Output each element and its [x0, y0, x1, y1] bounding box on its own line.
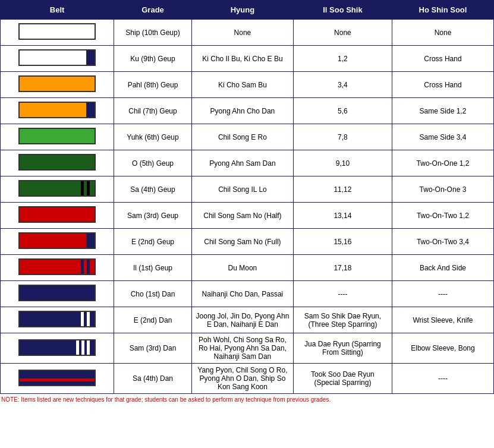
belt-cell: [1, 307, 114, 333]
ho-shin-sool-cell: Two-On-One 3: [392, 176, 493, 203]
table-row: E (2nd) Geup Chil Song Sam No (Full) 15,…: [1, 229, 494, 255]
note-text: NOTE: Items listed are new techniques fo…: [0, 394, 494, 405]
hyung-cell: Naihanji Cho Dan, Passai: [191, 281, 293, 307]
grade-cell: Ku (9th) Geup: [114, 46, 192, 72]
grade-cell: Sa (4th) Geup: [114, 176, 192, 203]
belt-cell: [1, 333, 114, 364]
ho-shin-sool-cell: Cross Hand: [392, 72, 493, 98]
il-soo-shik-cell: 15,16: [293, 229, 392, 255]
ho-shin-sool-cell: Two-On-Two 1,2: [392, 203, 493, 229]
ho-shin-sool-cell: Same Side 1,2: [392, 98, 493, 124]
grade-cell: E (2nd) Geup: [114, 229, 192, 255]
belt-cell: [1, 203, 114, 229]
il-soo-shik-cell: ----: [293, 281, 392, 307]
grade-cell: Cho (1st) Dan: [114, 281, 192, 307]
hyung-cell: Ki Cho Il Bu, Ki Cho E Bu: [191, 46, 293, 72]
grade-cell: E (2nd) Dan: [114, 307, 192, 333]
table-row: Sam (3rd) Dan Poh Wohl, Chi Song Sa Ro, …: [1, 333, 494, 364]
belt-cell: [1, 255, 114, 281]
table-row: E (2nd) Dan Joong Jol, Jin Do, Pyong Ahn…: [1, 307, 494, 333]
belt-cell: [1, 46, 114, 72]
table-row: Cho (1st) Dan Naihanji Cho Dan, Passai -…: [1, 281, 494, 307]
grade-cell: Sam (3rd) Dan: [114, 333, 192, 364]
table-row: Ship (10th Geup) None None None: [1, 20, 494, 46]
grade-cell: Il (1st) Geup: [114, 255, 192, 281]
hyung-cell: None: [191, 20, 293, 46]
belt-cell: [1, 98, 114, 124]
table-row: Chil (7th) Geup Pyong Ahn Cho Dan 5,6 Sa…: [1, 98, 494, 124]
belt-cell: [1, 176, 114, 203]
belt-cell: [1, 364, 114, 394]
header-hyung: Hyung: [191, 1, 293, 20]
ho-shin-sool-cell: None: [392, 20, 493, 46]
belt-cell: [1, 124, 114, 150]
ho-shin-sool-cell: Back And Side: [392, 255, 493, 281]
il-soo-shik-cell: 9,10: [293, 150, 392, 176]
ho-shin-sool-cell: Same Side 3,4: [392, 124, 493, 150]
hyung-cell: Chil Song IL Lo: [191, 176, 293, 203]
grade-cell: O (5th) Geup: [114, 150, 192, 176]
belt-cell: [1, 72, 114, 98]
ho-shin-sool-cell: Two-On-One 1,2: [392, 150, 493, 176]
table-row: Ku (9th) Geup Ki Cho Il Bu, Ki Cho E Bu …: [1, 46, 494, 72]
hyung-cell: Chil Song Sam No (Full): [191, 229, 293, 255]
ho-shin-sool-cell: ----: [392, 281, 493, 307]
main-container: Belt Grade Hyung Il Soo Shik Ho Shin Soo…: [0, 0, 494, 405]
header-grade: Grade: [114, 1, 192, 20]
il-soo-shik-cell: Jua Dae Ryun (Sparring From Sitting): [293, 333, 392, 364]
table-row: O (5th) Geup Pyong Ahn Sam Dan 9,10 Two-…: [1, 150, 494, 176]
grade-cell: Sam (3rd) Geup: [114, 203, 192, 229]
belt-cell: [1, 150, 114, 176]
table-row: Yuhk (6th) Geup Chil Song E Ro 7,8 Same …: [1, 124, 494, 150]
hyung-cell: Pyong Ahn Cho Dan: [191, 98, 293, 124]
il-soo-shik-cell: Sam So Shik Dae Ryun, (Three Step Sparri…: [293, 307, 392, 333]
belt-cell: [1, 281, 114, 307]
table-row: Sa (4th) Dan Yang Pyon, Chil Song O Ro, …: [1, 364, 494, 394]
il-soo-shik-cell: 11,12: [293, 176, 392, 203]
belt-table: Belt Grade Hyung Il Soo Shik Ho Shin Soo…: [0, 0, 494, 394]
hyung-cell: Du Moon: [191, 255, 293, 281]
hyung-cell: Yang Pyon, Chil Song O Ro, Pyong Ahn O D…: [191, 364, 293, 394]
grade-cell: Chil (7th) Geup: [114, 98, 192, 124]
il-soo-shik-cell: None: [293, 20, 392, 46]
il-soo-shik-cell: Took Soo Dae Ryun (Special Sparring): [293, 364, 392, 394]
header-ho-shin-sool: Ho Shin Sool: [392, 1, 493, 20]
header-belt: Belt: [1, 1, 114, 20]
il-soo-shik-cell: 7,8: [293, 124, 392, 150]
grade-cell: Pahl (8th) Geup: [114, 72, 192, 98]
ho-shin-sool-cell: Cross Hand: [392, 46, 493, 72]
ho-shin-sool-cell: Two-On-Two 3,4: [392, 229, 493, 255]
hyung-cell: Chil Song E Ro: [191, 124, 293, 150]
hyung-cell: Ki Cho Sam Bu: [191, 72, 293, 98]
table-row: Il (1st) Geup Du Moon 17,18 Back And Sid…: [1, 255, 494, 281]
table-row: Sam (3rd) Geup Chil Song Sam No (Half) 1…: [1, 203, 494, 229]
il-soo-shik-cell: 13,14: [293, 203, 392, 229]
il-soo-shik-cell: 3,4: [293, 72, 392, 98]
header-il-soo-shik: Il Soo Shik: [293, 1, 392, 20]
hyung-cell: Joong Jol, Jin Do, Pyong Ahn E Dan, Naih…: [191, 307, 293, 333]
table-row: Pahl (8th) Geup Ki Cho Sam Bu 3,4 Cross …: [1, 72, 494, 98]
belt-cell: [1, 20, 114, 46]
il-soo-shik-cell: 17,18: [293, 255, 392, 281]
grade-cell: Ship (10th Geup): [114, 20, 192, 46]
il-soo-shik-cell: 5,6: [293, 98, 392, 124]
grade-cell: Sa (4th) Dan: [114, 364, 192, 394]
ho-shin-sool-cell: Elbow Sleeve, Bong: [392, 333, 493, 364]
hyung-cell: Chil Song Sam No (Half): [191, 203, 293, 229]
hyung-cell: Poh Wohl, Chi Song Sa Ro, Ro Hai, Pyong …: [191, 333, 293, 364]
belt-cell: [1, 229, 114, 255]
ho-shin-sool-cell: ----: [392, 364, 493, 394]
table-row: Sa (4th) Geup Chil Song IL Lo 11,12 Two-…: [1, 176, 494, 203]
grade-cell: Yuhk (6th) Geup: [114, 124, 192, 150]
hyung-cell: Pyong Ahn Sam Dan: [191, 150, 293, 176]
il-soo-shik-cell: 1,2: [293, 46, 392, 72]
ho-shin-sool-cell: Wrist Sleeve, Knife: [392, 307, 493, 333]
